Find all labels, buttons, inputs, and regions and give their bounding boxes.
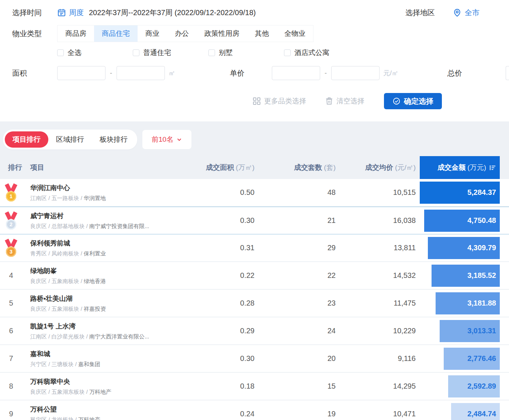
table-row[interactable]: 2威宁青运村良庆区 / 总部基地板块 / 南宁威宁投资集团有限...0.3021… bbox=[0, 207, 509, 234]
subtype-checkbox-item[interactable]: 酒店式公寓 bbox=[284, 48, 360, 58]
subtype-checkbox-item[interactable]: 普通住宅 bbox=[133, 48, 208, 58]
deal-area-value: 0.31 bbox=[195, 244, 254, 252]
amount-bar-cell: 5,284.37 bbox=[420, 182, 500, 204]
clear-selection-button[interactable]: 清空选择 bbox=[325, 96, 364, 106]
rank-cell: 5 bbox=[0, 299, 22, 307]
amount-bar-cell: 3,185.52 bbox=[420, 265, 500, 287]
bronze-medal-icon: 3 bbox=[4, 239, 18, 257]
checkbox-label: 全选 bbox=[67, 48, 82, 58]
area-unit: ㎡ bbox=[169, 69, 175, 78]
area-min-input[interactable] bbox=[57, 66, 105, 80]
medal-number: 2 bbox=[6, 219, 16, 230]
table-row[interactable]: 3保利领秀前城青秀区 / 凤岭南板块 / 保利置业0.312913,8114,3… bbox=[0, 234, 509, 262]
unit-price-min-input[interactable] bbox=[272, 66, 320, 80]
deal-units-value: 24 bbox=[254, 327, 336, 335]
range-dash: - bbox=[110, 69, 112, 77]
time-range-value[interactable]: 2022年37周--2022年37周 (2022/09/12-2022/09/1… bbox=[89, 8, 256, 18]
avg-price-value: 14,295 bbox=[336, 382, 416, 390]
property-tab[interactable]: 办公 bbox=[167, 25, 197, 42]
rank-number: 9 bbox=[9, 410, 13, 418]
total-price-min-input-clipped[interactable] bbox=[506, 66, 509, 80]
table-row[interactable]: 1华润江南中心江南区 / 五一路板块 / 华润置地0.504810,5155,2… bbox=[0, 179, 509, 207]
developer-name: 万科地产 bbox=[78, 416, 100, 420]
subtype-checkbox-item[interactable]: 别墅 bbox=[208, 48, 284, 58]
deal-area-value: 0.30 bbox=[195, 354, 254, 363]
deal-area-value: 0.18 bbox=[195, 382, 254, 390]
ranking-tab[interactable]: 项目排行 bbox=[5, 131, 48, 148]
project-name: 嘉和城 bbox=[30, 350, 195, 358]
property-tab[interactable]: 商品住宅 bbox=[94, 25, 138, 42]
checkbox[interactable] bbox=[133, 49, 139, 56]
check-circle-icon bbox=[392, 97, 401, 105]
confirm-selection-label: 确定选择 bbox=[404, 96, 433, 106]
checkbox[interactable] bbox=[208, 49, 215, 56]
project-location: 江南区 / 白沙星光板块 / 南宁大西洋置业有限公... bbox=[30, 333, 195, 340]
rank-number: 4 bbox=[9, 271, 13, 280]
deal-area-value: 0.30 bbox=[195, 216, 254, 225]
ranking-tab-group: 项目排行区域排行板块排行 bbox=[3, 130, 137, 149]
top-n-dropdown[interactable]: 前10名 bbox=[142, 130, 191, 149]
rank-cell: 3 bbox=[0, 239, 22, 257]
rank-cell: 9 bbox=[0, 410, 22, 418]
table-row[interactable]: 6凯旋1号 上水湾江南区 / 白沙星光板块 / 南宁大西洋置业有限公...0.2… bbox=[0, 317, 509, 345]
project-name: 凯旋1号 上水湾 bbox=[30, 322, 195, 331]
amount-bar: 3,013.31 bbox=[440, 320, 500, 342]
amount-bar-cell: 2,592.89 bbox=[420, 375, 500, 397]
checkbox[interactable] bbox=[57, 49, 64, 56]
amount-bar: 3,185.52 bbox=[432, 265, 500, 287]
deal-units-value: 15 bbox=[254, 382, 336, 390]
amount-bar: 2,776.46 bbox=[444, 348, 500, 370]
rank-cell: 7 bbox=[0, 354, 22, 363]
subtype-checkbox-row: 全选普通住宅别墅酒店式公寓 bbox=[0, 47, 509, 58]
deal-units-value: 19 bbox=[254, 410, 336, 418]
project-name: 万科公望 bbox=[30, 405, 195, 414]
project-location: 良庆区 / 五象湖板块 / 祥嘉投资 bbox=[30, 306, 195, 313]
table-row[interactable]: 8万科翡翠中央良庆区 / 五象湖东板块 / 万科地产0.181514,2952,… bbox=[0, 373, 509, 400]
rank-cell: 4 bbox=[0, 271, 22, 280]
property-tab[interactable]: 其他 bbox=[247, 25, 277, 42]
district-and-block: 青秀区 / 凤岭南板块 / bbox=[30, 250, 84, 257]
table-row[interactable]: 7嘉和城兴宁区 / 三塘板块 / 嘉和集团0.30209,1162,776.46 bbox=[0, 345, 509, 373]
region-value-link[interactable]: 全市 bbox=[465, 8, 479, 18]
district-and-block: 良庆区 / 五象南板块 / bbox=[30, 278, 84, 284]
header-deal-units: 成交套数(套) bbox=[254, 163, 336, 172]
clear-selection-label: 清空选择 bbox=[336, 96, 364, 106]
table-row[interactable]: 5路桥•壮美山湖良庆区 / 五象湖板块 / 祥嘉投资0.282311,4753,… bbox=[0, 290, 509, 317]
project-location: 良庆区 / 五象湖东板块 / 万科地产 bbox=[30, 389, 195, 396]
developer-name: 南宁大西洋置业有限公... bbox=[89, 333, 149, 340]
developer-name: 保利置业 bbox=[84, 250, 106, 257]
time-mode-link[interactable]: 周度 bbox=[69, 8, 84, 18]
avg-price-value: 14,532 bbox=[336, 271, 416, 280]
property-tab[interactable]: 商业 bbox=[138, 25, 167, 42]
property-tab[interactable]: 政策性用房 bbox=[197, 25, 247, 42]
confirm-selection-button[interactable]: 确定选择 bbox=[384, 93, 442, 109]
unit-price-max-input[interactable] bbox=[331, 66, 380, 80]
medal-number: 1 bbox=[6, 191, 16, 202]
ranking-tab[interactable]: 区域排行 bbox=[48, 131, 92, 148]
rank-number: 5 bbox=[9, 299, 13, 307]
header-deal-amount-sort[interactable]: 成交金额(万元) bbox=[420, 156, 500, 179]
unit-price-unit: 元/㎡ bbox=[383, 69, 398, 78]
property-tab[interactable]: 全物业 bbox=[277, 25, 313, 42]
project-location: 青秀区 / 凤岭南板块 / 保利置业 bbox=[30, 250, 195, 257]
table-row[interactable]: 9万科公望邕宁区 / 龙岗板块 / 万科地产0.241910,4712,484.… bbox=[0, 400, 509, 420]
checkbox[interactable] bbox=[284, 49, 291, 56]
district-and-block: 良庆区 / 五象湖东板块 / bbox=[30, 389, 89, 395]
table-row[interactable]: 4绿地朗峯良庆区 / 五象南板块 / 绿地香港0.222214,5323,185… bbox=[0, 262, 509, 290]
avg-price-value: 16,038 bbox=[336, 216, 416, 225]
ranking-tab[interactable]: 板块排行 bbox=[92, 131, 135, 148]
project-name: 华润江南中心 bbox=[30, 183, 195, 192]
district-and-block: 兴宁区 / 三塘板块 / bbox=[30, 361, 78, 367]
rank-cell: 8 bbox=[0, 382, 22, 390]
checkbox-label: 普通住宅 bbox=[143, 48, 171, 58]
subtype-checkbox-item[interactable]: 全选 bbox=[57, 48, 133, 58]
region-group: 选择地区 全市 bbox=[405, 8, 479, 18]
unit-price-label: 单价 bbox=[230, 68, 245, 78]
avg-price-value: 9,116 bbox=[336, 354, 416, 363]
area-max-input[interactable] bbox=[117, 66, 165, 80]
more-categories-button[interactable]: 更多品类选择 bbox=[253, 96, 306, 106]
top-n-label: 前10名 bbox=[152, 135, 173, 144]
project-name: 路桥•壮美山湖 bbox=[30, 294, 195, 303]
property-tab[interactable]: 商品房 bbox=[58, 25, 94, 42]
amount-bar: 3,181.88 bbox=[436, 292, 500, 314]
